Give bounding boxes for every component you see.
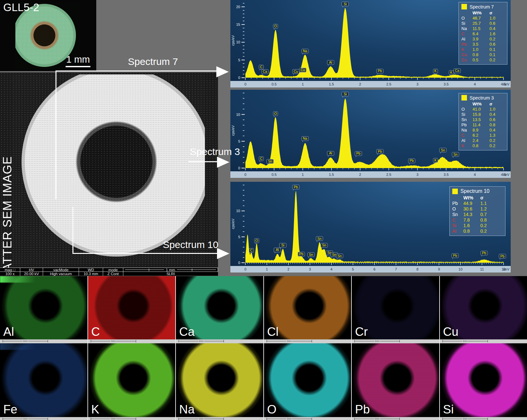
element-maps-grid: Al1mmC1mmCa1mmCl1mmCr1mmCu1mm Fe1mmK1mmN… — [0, 276, 527, 420]
legend-element: C — [461, 31, 473, 36]
svg-text:Pb: Pb — [299, 252, 303, 256]
peak-label-C: C — [249, 248, 254, 253]
legend-element: Si — [452, 223, 463, 228]
databar-label-0: mag □ — [0, 268, 20, 272]
map-scalebar: 1mm — [442, 340, 488, 342]
peak-label-Sn: Sn — [336, 254, 343, 258]
legend-wt-value: 0.5 — [473, 57, 489, 62]
legend-element: O — [461, 107, 473, 112]
map-image-c: C — [88, 276, 176, 339]
legend-wt-value: 7.8 — [463, 217, 480, 223]
sample-id-label: GLL5-2 — [3, 1, 39, 14]
peak-label-Pb: Pb — [377, 69, 383, 73]
legend-element: Sn — [452, 212, 463, 217]
svg-text:Si: Si — [344, 92, 347, 96]
map-image-pb: Pb — [352, 343, 439, 417]
svg-text:Pb: Pb — [294, 185, 298, 189]
svg-text:15: 15 — [236, 23, 240, 26]
peak-label-Ca: Ca — [261, 70, 268, 74]
legend-spectrum-7: Spectrum 7Wt%σO46.71.0Si25.70.6Na11.50.4… — [458, 2, 507, 65]
map-scale-label: 1mm — [374, 340, 380, 342]
svg-text:C: C — [260, 157, 263, 161]
legend-wt-value: 8.9 — [473, 128, 489, 132]
svg-text:1: 1 — [266, 267, 268, 271]
svg-text:5: 5 — [238, 58, 240, 62]
svg-text:3: 3 — [416, 173, 418, 177]
peak-label-Na: Na — [302, 136, 308, 141]
legend-element: Al — [452, 228, 463, 234]
map-image-o: O — [264, 343, 351, 417]
databar-scale-label: 1 mm — [166, 268, 175, 272]
legend-wt-value: 0.8 — [473, 143, 489, 148]
peak-label-Al: Al — [327, 60, 334, 65]
svg-text:K: K — [450, 70, 453, 74]
legend-element: C — [452, 217, 463, 223]
svg-text:3.5: 3.5 — [444, 173, 449, 177]
peak-label-C: C — [259, 157, 264, 161]
legend-wt-header: Wt% — [463, 195, 480, 200]
legend-element: Al — [461, 138, 473, 143]
svg-text:Si: Si — [281, 243, 284, 247]
peak-label-C: C — [259, 65, 264, 69]
map-image-cl: Cl — [264, 276, 351, 339]
peak-label-Si: Si — [342, 92, 349, 96]
map-image-ca: Ca — [176, 276, 263, 339]
svg-text:Pb: Pb — [378, 149, 382, 153]
svg-text:5: 5 — [352, 267, 354, 271]
svg-text:0.5: 0.5 — [271, 173, 276, 177]
legend-element: Na — [461, 26, 473, 31]
legend-element: K — [461, 47, 473, 52]
map-scale-label: 1mm — [286, 418, 292, 420]
optical-image-panel: GLL5-2 1 mm — [0, 0, 96, 71]
svg-text:5: 5 — [238, 235, 240, 239]
legend-sigma-value: 0.1 — [489, 47, 505, 52]
map-scalebar-strip: 1mm — [264, 417, 351, 420]
peak-label-Si: Si — [279, 243, 286, 247]
legend-element: Ca — [461, 52, 473, 57]
legend-wt-value: 15.8 — [473, 112, 489, 117]
map-tile-si: Si1mm — [440, 343, 527, 420]
svg-text:Sn: Sn — [309, 253, 313, 257]
legend-sigma-value: 1.6 — [489, 31, 505, 36]
legend-wt-value: 44.9 — [463, 201, 480, 206]
legend-sigma-header: σ — [489, 101, 505, 106]
svg-text:4: 4 — [474, 173, 476, 177]
svg-text:0: 0 — [244, 267, 246, 271]
svg-text:11: 11 — [480, 267, 484, 271]
legend-sigma-value: 0.8 — [489, 122, 505, 127]
map-label-cr: Cr — [355, 325, 368, 339]
svg-text:Sn: Sn — [318, 237, 322, 241]
spectrum3-pointer-line — [188, 161, 218, 162]
svg-text:Al: Al — [329, 151, 332, 155]
map-scalebar: 1mm — [91, 418, 136, 420]
map-scale-label: 1mm — [110, 418, 116, 420]
legend-sigma-value: 1.0 — [489, 16, 505, 21]
legend-spectrum-3: Spectrum 3Wt%σO41.01.0Si15.80.4Sn13.50.6… — [458, 93, 507, 150]
svg-text:C: C — [250, 248, 253, 252]
peak-label-Pb: Pb — [481, 251, 488, 255]
spectrum7-pointer-line-v — [55, 70, 56, 199]
peak-label-Sn: Sn — [316, 237, 323, 241]
sem-noise-texture — [0, 72, 218, 268]
svg-text:1.5: 1.5 — [329, 82, 334, 86]
map-label-cu: Cu — [443, 325, 458, 339]
map-scale-label: 1mm — [286, 340, 292, 342]
map-label-k: K — [91, 403, 100, 416]
peak-label-Sn: Sn — [308, 253, 315, 257]
svg-text:0: 0 — [244, 82, 246, 86]
legend-element: Al — [461, 37, 473, 41]
peak-label-Al: Al — [274, 248, 281, 252]
peak-label-O: O — [255, 239, 259, 243]
legend-sigma-value: 1.3 — [489, 133, 505, 138]
legend-sigma-value: 0.4 — [489, 112, 505, 117]
peak-label-Pb: Pb — [408, 159, 415, 163]
legend-element: Pb — [461, 42, 473, 47]
legend-sigma-value: 0.2 — [480, 228, 503, 234]
map-speckle-texture — [88, 343, 176, 417]
map-scale-label: 1mm — [23, 340, 28, 342]
svg-text:0: 0 — [238, 76, 240, 80]
svg-text:Sn: Sn — [268, 159, 272, 163]
svg-text:10: 10 — [236, 113, 240, 117]
legend-sigma-value: 0.2 — [489, 57, 505, 62]
map-scale-label: 1mm — [23, 418, 28, 420]
